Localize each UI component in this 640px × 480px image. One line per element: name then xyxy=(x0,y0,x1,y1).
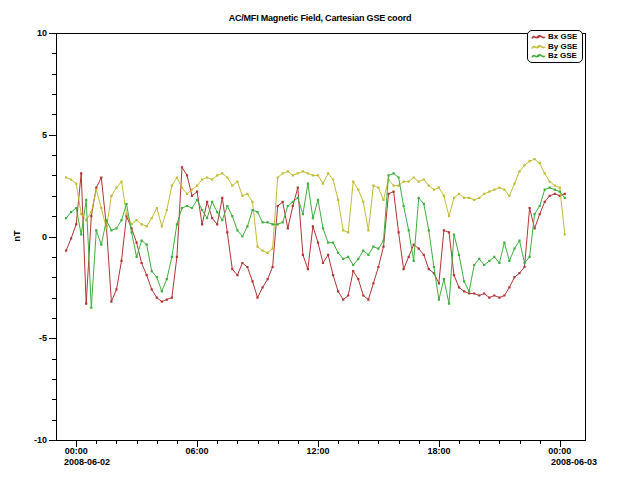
legend-label-bz: Bz GSE xyxy=(548,52,577,60)
x-axis-date-left: 2008-06-02 xyxy=(64,457,110,467)
legend-entry-bx: Bx GSE xyxy=(531,33,582,42)
x-tick-label: 00:00 xyxy=(65,446,88,456)
y-tick-label: 0 xyxy=(42,232,47,242)
data-series-layer xyxy=(65,158,566,309)
y-tick-label: -5 xyxy=(39,333,47,343)
plot-window: AC/MFI Magnetic Field, Cartesian GSE coo… xyxy=(0,0,640,480)
plot-border xyxy=(57,34,586,441)
series-markers-by-gse xyxy=(65,158,566,254)
magnetic-field-chart: AC/MFI Magnetic Field, Cartesian GSE coo… xyxy=(0,0,640,480)
legend-label-bx: Bx GSE xyxy=(548,33,577,41)
x-tick-label: 18:00 xyxy=(427,446,450,456)
series-markers-bz-gse xyxy=(65,172,566,309)
series-line-by-gse xyxy=(66,159,565,253)
x-tick-label: 06:00 xyxy=(186,446,209,456)
chart-title: AC/MFI Magnetic Field, Cartesian GSE coo… xyxy=(229,13,412,23)
by-line-sample-icon xyxy=(531,43,546,51)
series-line-bx-gse xyxy=(66,167,565,303)
y-tick-label: 5 xyxy=(42,130,47,140)
x-axis-date-right: 2008-06-03 xyxy=(551,457,597,467)
legend: Bx GSE By GSE Bz GSE xyxy=(527,30,583,63)
x-tick-label: 12:00 xyxy=(306,446,329,456)
x-tick-label: 00:00 xyxy=(548,446,571,456)
y-tick-label: -10 xyxy=(34,435,47,445)
legend-label-by: By GSE xyxy=(548,43,577,51)
tick-label-layer: 1050-5-1000:0006:0012:0018:0000:00 xyxy=(34,28,571,456)
legend-entry-bz: Bz GSE xyxy=(531,52,582,61)
y-tick-label: 10 xyxy=(37,28,47,38)
bz-line-sample-icon xyxy=(531,52,546,60)
bx-line-sample-icon xyxy=(531,33,546,41)
y-axis-title: nT xyxy=(12,230,22,241)
legend-entry-by: By GSE xyxy=(531,42,582,51)
